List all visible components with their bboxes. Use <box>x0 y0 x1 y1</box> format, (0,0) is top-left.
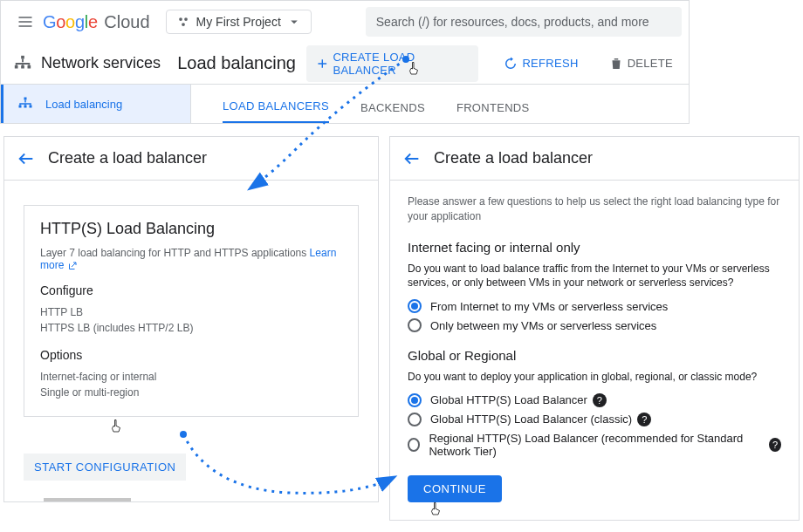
options-heading: Options <box>40 348 342 362</box>
wizard-hint: Please answer a few questions to help us… <box>408 194 781 224</box>
radio-icon <box>408 438 420 452</box>
svg-rect-10 <box>30 106 32 108</box>
back-arrow-icon[interactable] <box>17 149 36 168</box>
svg-rect-4 <box>15 65 18 68</box>
refresh-icon <box>503 56 518 72</box>
svg-rect-5 <box>21 65 24 68</box>
radio-icon <box>408 413 422 426</box>
sidebar-item-load-balancing[interactable]: Load balancing <box>1 85 191 123</box>
button-underline <box>44 498 131 501</box>
cursor-pointer-icon <box>108 417 124 436</box>
card-title: HTTP(S) Load Balancing <box>40 220 342 238</box>
service-name: Network services <box>13 54 177 73</box>
project-picker[interactable]: My First Project <box>166 10 312 34</box>
header-row: Google Cloud My First Project <box>1 1 689 43</box>
section2-question: Do you want to deploy your application i… <box>408 370 781 385</box>
search-bar[interactable] <box>366 7 682 37</box>
cursor-pointer-icon <box>428 500 443 519</box>
options-line-2: Single or multi-region <box>40 385 342 400</box>
help-icon[interactable]: ? <box>593 393 607 407</box>
radio-icon <box>408 318 422 332</box>
radio-regional-https[interactable]: Regional HTTP(S) Load Balancer (recommen… <box>408 432 781 458</box>
tab-frontends[interactable]: Frontends <box>456 91 530 123</box>
create-panel-left: Create a load balancer HTTP(S) Load Bala… <box>3 136 379 502</box>
help-icon[interactable]: ? <box>637 413 651 426</box>
radio-icon <box>408 299 422 313</box>
configure-heading: Configure <box>40 283 342 297</box>
chevron-down-icon <box>286 14 302 30</box>
radio-global-https[interactable]: Global HTTP(S) Load Balancer ? <box>408 393 781 407</box>
sidebar-item-label: Load balancing <box>45 98 122 111</box>
create-header-left: Create a load balancer <box>4 137 378 181</box>
network-icon <box>13 54 32 73</box>
page-title: Load balancing <box>177 53 306 73</box>
options-line-1: Internet-facing or internal <box>40 369 342 385</box>
radio-from-internet[interactable]: From Internet to my VMs or serverless se… <box>408 299 781 313</box>
svg-point-1 <box>184 17 188 21</box>
create-panel-right: Create a load balancer Please answer a f… <box>389 136 800 521</box>
search-input[interactable] <box>376 15 671 29</box>
http-lb-card: HTTP(S) Load Balancing Layer 7 load bala… <box>24 205 359 417</box>
svg-point-0 <box>179 17 182 21</box>
create-header-right: Create a load balancer <box>390 137 799 181</box>
tabs: Load balancers Backends Frontends <box>191 85 545 123</box>
google-cloud-logo[interactable]: Google Cloud <box>43 12 150 32</box>
tabs-row: Load balancing Load balancers Backends F… <box>1 85 689 123</box>
external-link-icon <box>67 261 78 271</box>
configure-line-1: HTTP LB <box>40 304 342 320</box>
svg-rect-3 <box>21 55 24 58</box>
radio-icon <box>408 393 422 407</box>
refresh-button[interactable]: Refresh <box>494 51 587 77</box>
radio-global-classic[interactable]: Global HTTP(S) Load Balancer (classic) ? <box>408 413 781 426</box>
svg-rect-7 <box>24 98 27 100</box>
section2-heading: Global or Regional <box>408 348 781 363</box>
section1-question: Do you want to load balance traffic from… <box>408 262 781 291</box>
card-description: Layer 7 load balancing for HTTP and HTTP… <box>40 247 342 271</box>
configure-line-2: HTTPS LB (includes HTTP/2 LB) <box>40 320 342 336</box>
svg-rect-8 <box>19 106 22 108</box>
start-configuration-button[interactable]: Start configuration <box>24 454 186 481</box>
right-body: Please answer a few questions to help us… <box>390 181 799 520</box>
menu-icon[interactable] <box>8 13 43 31</box>
create-title: Create a load balancer <box>48 149 207 167</box>
create-load-balancer-button[interactable]: Create load balancer <box>306 45 479 82</box>
delete-button[interactable]: Delete <box>600 51 682 77</box>
create-title: Create a load balancer <box>434 149 593 167</box>
svg-point-2 <box>182 23 185 26</box>
continue-button[interactable]: Continue <box>408 475 502 502</box>
help-icon[interactable]: ? <box>769 438 781 452</box>
back-arrow-icon[interactable] <box>402 149 422 168</box>
section1-heading: Internet facing or internal only <box>408 240 781 255</box>
subheader-row: Network services Load balancing Create l… <box>1 43 689 85</box>
svg-rect-6 <box>28 65 31 68</box>
top-panel: Google Cloud My First Project Network se… <box>0 0 690 124</box>
tab-load-balancers[interactable]: Load balancers <box>223 89 329 123</box>
network-icon <box>17 96 33 112</box>
trash-icon <box>608 56 624 72</box>
radio-only-vms[interactable]: Only between my VMs or serverless servic… <box>408 318 781 332</box>
tab-backends[interactable]: Backends <box>360 91 425 123</box>
plus-icon <box>315 56 330 72</box>
cursor-pointer-icon <box>406 59 422 78</box>
project-name: My First Project <box>196 15 281 29</box>
svg-rect-9 <box>24 106 27 108</box>
